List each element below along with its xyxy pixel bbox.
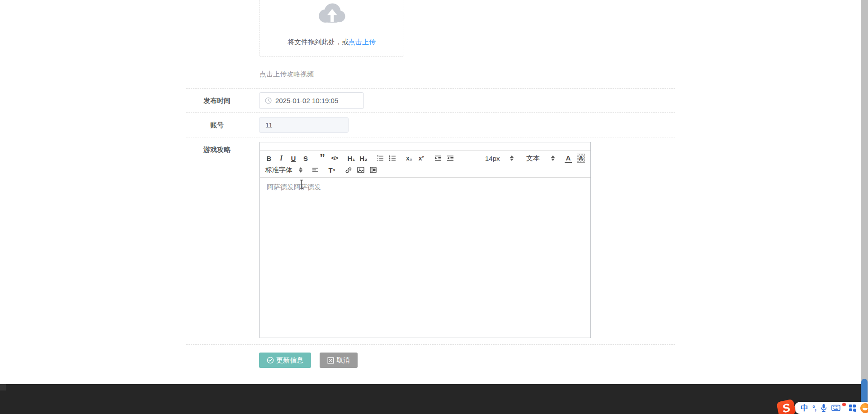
link-icon[interactable] xyxy=(345,165,352,175)
strategy-label: 游戏攻略 xyxy=(183,146,251,154)
italic-button[interactable]: I xyxy=(278,153,285,164)
blockquote-button[interactable]: ” xyxy=(319,154,326,162)
ime-punctuation-mode[interactable]: °, xyxy=(812,404,816,412)
upload-click-link[interactable]: 点击上传 xyxy=(349,38,376,46)
code-button[interactable]: </> xyxy=(331,153,338,164)
video-icon[interactable] xyxy=(369,165,377,175)
text-color-button[interactable]: A xyxy=(565,154,572,163)
subscript-button[interactable]: x₂ xyxy=(406,153,413,164)
microphone-icon[interactable] xyxy=(820,404,827,412)
clear-format-t: T xyxy=(328,167,332,174)
format-value: 文本 xyxy=(526,154,540,163)
update-info-label: 更新信息 xyxy=(276,356,303,365)
check-circle-icon xyxy=(267,357,274,364)
editor-toolbar: B I U S ” </> H₁ H₂ xyxy=(260,151,590,178)
scrollbar-track[interactable] xyxy=(861,0,868,414)
upload-instruction: 将文件拖到此处，或点击上传 xyxy=(259,38,404,47)
toolbar-row-2: 标准字体 Tx xyxy=(265,164,585,176)
ordered-list-icon[interactable] xyxy=(377,153,384,164)
divider xyxy=(186,88,675,89)
editor-content[interactable]: 阿萨德发阿萨德发 xyxy=(260,178,590,350)
page-footer xyxy=(0,384,868,414)
strikethrough-button[interactable]: S xyxy=(302,153,309,164)
divider xyxy=(186,112,675,113)
account-value: 11 xyxy=(265,121,273,129)
close-box-icon xyxy=(327,357,334,364)
publish-time-input[interactable]: 2025-01-02 10:19:05 xyxy=(259,92,364,109)
ime-toolbar: 中 °, xyxy=(794,402,868,414)
clock-icon xyxy=(265,97,272,104)
superscript-button[interactable]: x² xyxy=(418,153,425,164)
ime-language-mode[interactable]: 中 xyxy=(801,403,808,413)
bullet-list-icon[interactable] xyxy=(389,153,396,164)
image-icon[interactable] xyxy=(357,165,364,175)
align-icon[interactable] xyxy=(311,165,319,175)
clear-format-button[interactable]: Tx xyxy=(328,165,335,175)
background-color-button[interactable]: A xyxy=(577,154,585,163)
keyboard-icon[interactable] xyxy=(831,405,840,411)
editor-top-strip xyxy=(260,142,590,151)
form-actions: 更新信息 取消 xyxy=(259,353,358,368)
ime-toolbox-grid-icon[interactable] xyxy=(849,404,856,412)
bold-button[interactable]: B xyxy=(265,153,273,164)
update-info-button[interactable]: 更新信息 xyxy=(259,353,311,368)
footer-chip xyxy=(0,384,6,390)
font-family-select[interactable]: 标准字体 xyxy=(265,165,302,175)
page: 将文件拖到此处，或点击上传 点击上传攻略视频 发布时间 2025-01-02 1… xyxy=(0,0,868,414)
outdent-icon[interactable] xyxy=(434,153,442,164)
text-cursor-icon xyxy=(299,179,304,189)
cancel-button[interactable]: 取消 xyxy=(320,353,358,368)
format-select[interactable]: 文本 xyxy=(526,153,555,164)
updown-arrows-icon xyxy=(299,167,302,173)
header2-button[interactable]: H₂ xyxy=(360,153,367,164)
rich-text-editor: B I U S ” </> H₁ H₂ xyxy=(259,142,591,338)
upload-hint: 点击上传攻略视频 xyxy=(259,70,314,79)
divider xyxy=(186,137,675,137)
underline-button[interactable]: U xyxy=(290,153,297,164)
indent-icon[interactable] xyxy=(447,153,454,164)
upload-drag-text: 将文件拖到此处，或 xyxy=(288,38,349,46)
account-label: 账号 xyxy=(183,121,251,130)
clear-format-x: x xyxy=(333,168,335,172)
updown-arrows-icon xyxy=(551,155,555,161)
header1-button[interactable]: H₁ xyxy=(348,153,355,164)
toolbar-row-1: B I U S ” </> H₁ H₂ xyxy=(265,152,585,164)
editor-text: 阿萨德发阿萨德发 xyxy=(267,183,321,191)
publish-time-label: 发布时间 xyxy=(183,97,251,105)
publish-time-value: 2025-01-02 10:19:05 xyxy=(275,97,338,104)
font-family-value: 标准字体 xyxy=(265,166,292,174)
upload-dropzone[interactable]: 将文件拖到此处，或点击上传 xyxy=(259,0,404,57)
font-size-value: 14px xyxy=(485,155,500,162)
upload-cloud-icon xyxy=(316,1,348,25)
updown-arrows-icon xyxy=(510,155,514,161)
cancel-label: 取消 xyxy=(336,356,350,365)
account-input[interactable]: 11 xyxy=(259,117,349,133)
ime-emoji-icon[interactable] xyxy=(860,403,868,413)
font-size-select[interactable]: 14px xyxy=(485,153,514,164)
